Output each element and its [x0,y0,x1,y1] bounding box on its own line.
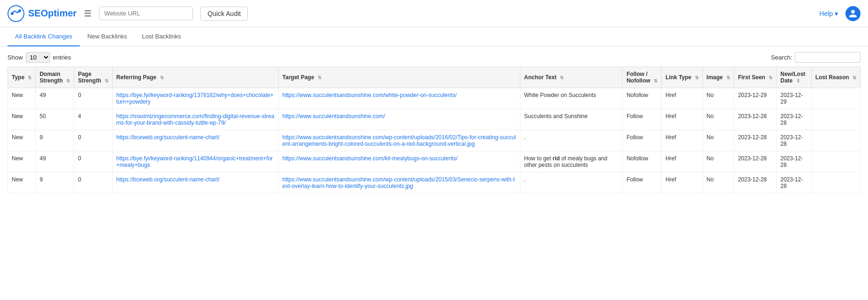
logo[interactable]: SEOptimer [8,5,76,22]
table-cell: No [702,151,734,172]
table-cell: Nofollow [623,88,662,109]
table-cell-link[interactable]: https://www.succulentsandsunshine.com/wp… [282,176,515,189]
table-cell: 9 [36,172,74,194]
header: SEOptimer ☰ Quick Audit Help ▾ [0,0,868,27]
backlinks-table: Type ⇅ DomainStrength ⇅ PageStrength ⇅ R… [8,67,860,194]
help-link[interactable]: Help ▾ [819,10,838,17]
table-cell: No [702,172,734,194]
table-header-row: Type ⇅ DomainStrength ⇅ PageStrength ⇅ R… [8,67,860,88]
table-cell: New [8,130,36,151]
table-cell-link[interactable]: https://maximizingecommerce.com/finding-… [116,113,274,126]
table-cell-link[interactable]: https://bceweb.org/succulent-name-chart/ [116,134,220,141]
table-cell-link[interactable]: https://bye.fyi/keyword-ranking/1140944/… [116,155,273,168]
col-referring-page[interactable]: Referring Page ⇅ [112,67,278,88]
table-cell: Follow [623,109,662,130]
table-cell: 2023-12-28 [734,151,776,172]
table-cell-link[interactable]: https://bceweb.org/succulent-name-chart/ [116,176,220,183]
col-first-seen[interactable]: First Seen ⇅ [734,67,776,88]
table-cell [811,151,860,172]
svg-point-0 [8,6,24,22]
table-cell: No [702,130,734,151]
table-cell: White Powder on Succulents [520,88,623,109]
table-cell: No [702,109,734,130]
table-cell: 2023-12-28 [734,172,776,194]
col-page-strength[interactable]: PageStrength ⇅ [74,67,113,88]
table-cell: 9 [36,130,74,151]
table-row: New490https://bye.fyi/keyword-ranking/13… [8,88,860,109]
table-cell: . [520,130,623,151]
table-cell-link[interactable]: https://www.succulentsandsunshine.com/wp… [282,134,516,147]
table-cell: 2023-12-28 [734,109,776,130]
table-cell: Follow [623,130,662,151]
table-cell-link[interactable]: https://bye.fyi/keyword-ranking/1378162/… [116,92,274,105]
col-lost-reason[interactable]: Lost Reason ⇅ [811,67,860,88]
col-image[interactable]: Image ⇅ [702,67,734,88]
table-cell: New [8,151,36,172]
table-cell: New [8,172,36,194]
hamburger-button[interactable]: ☰ [84,8,91,19]
search-label: Search: [771,54,792,61]
table-cell: Href [662,130,702,151]
table-cell: No [702,88,734,109]
table-row: New504https://maximizingecommerce.com/fi… [8,109,860,130]
table-container: Type ⇅ DomainStrength ⇅ PageStrength ⇅ R… [0,67,868,194]
col-domain-strength[interactable]: DomainStrength ⇅ [36,67,74,88]
table-row: New90https://bceweb.org/succulent-name-c… [8,172,860,194]
table-cell: 2023-12-28 [777,109,811,130]
table-cell: 2023-12-28 [777,172,811,194]
col-link-type[interactable]: Link Type ⇅ [662,67,702,88]
table-cell: 2023-12-29 [777,88,811,109]
url-input[interactable] [99,7,193,20]
table-cell: . [520,172,623,194]
table-cell-link[interactable]: https://www.succulentsandsunshine.com/wh… [282,92,457,98]
svg-point-2 [18,9,21,12]
col-anchor-text[interactable]: Anchor Text ⇅ [520,67,623,88]
header-right: Help ▾ [819,6,860,21]
quick-audit-button[interactable]: Quick Audit [200,7,248,21]
table-cell-link[interactable]: https://www.succulentsandsunshine.com/ki… [282,155,458,162]
tab-lost-backlinks[interactable]: Lost Backlinks [135,27,189,46]
table-cell: New [8,109,36,130]
table-cell [811,88,860,109]
table-controls: Show 10 25 50 100 entries Search: [0,46,868,67]
table-cell: 0 [74,172,113,194]
table-cell: Succulents and Sunshine [520,109,623,130]
col-type[interactable]: Type ⇅ [8,67,36,88]
user-avatar[interactable] [845,6,860,21]
table-cell: 2023-12-29 [734,88,776,109]
col-new-lost-date[interactable]: New/LostDate ⇕ [777,67,811,88]
show-label: Show [8,54,23,61]
table-cell: Href [662,88,702,109]
table-row: New490https://bye.fyi/keyword-ranking/11… [8,151,860,172]
table-cell: New [8,88,36,109]
table-cell [811,109,860,130]
table-cell: How to get rid of mealy bugs and other p… [520,151,623,172]
tab-new-backlinks[interactable]: New Backlinks [80,27,135,46]
table-cell: 0 [74,130,113,151]
table-cell-link[interactable]: https://www.succulentsandsunshine.com/ [282,113,385,120]
svg-point-1 [11,12,14,15]
table-cell: 2023-12-28 [734,130,776,151]
show-entries-control: Show 10 25 50 100 entries [8,52,71,63]
table-cell: 0 [74,88,113,109]
table-cell: 2023-12-28 [777,130,811,151]
table-cell: 49 [36,151,74,172]
table-cell: Href [662,172,702,194]
table-cell: 0 [74,151,113,172]
entries-label: entries [53,54,71,61]
search-box: Search: [771,52,860,63]
table-cell [811,130,860,151]
entries-select[interactable]: 10 25 50 100 [26,52,50,63]
table-cell [811,172,860,194]
table-cell: 49 [36,88,74,109]
tab-all-backlink-changes[interactable]: All Backlink Changes [8,27,80,46]
col-target-page[interactable]: Target Page ⇅ [278,67,520,88]
logo-icon [8,5,24,22]
search-input[interactable] [795,52,860,63]
table-cell: 4 [74,109,113,130]
table-cell: Href [662,151,702,172]
tabs-bar: All Backlink Changes New Backlinks Lost … [0,27,868,46]
table-row: New90https://bceweb.org/succulent-name-c… [8,130,860,151]
table-cell: Nofollow [623,151,662,172]
col-follow-nofollow[interactable]: Follow /Nofollow ⇅ [623,67,662,88]
